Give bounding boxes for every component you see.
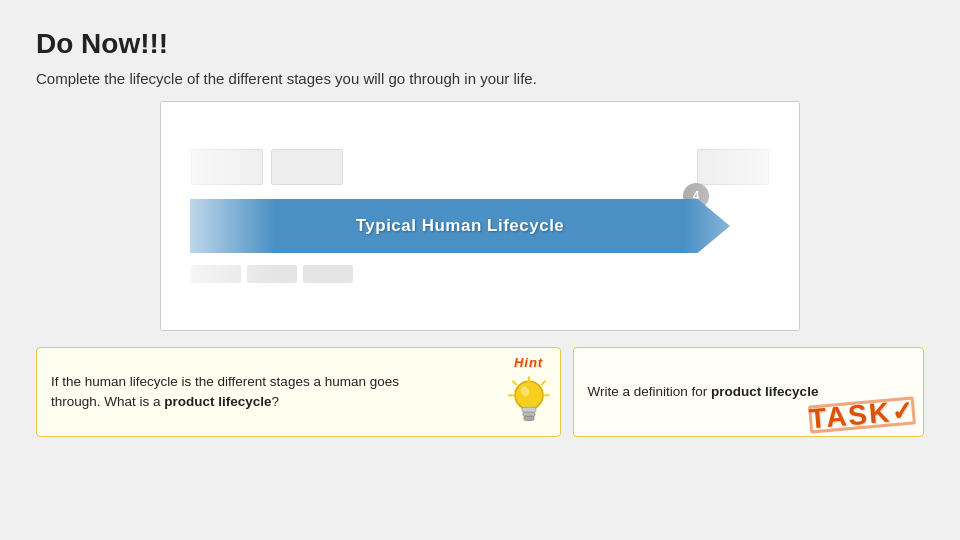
lifecycle-diagram: 4 Typical Human Lifecycle [161, 139, 799, 293]
lifecycle-image-area: 4 Typical Human Lifecycle [160, 101, 800, 331]
arrow-label: Typical Human Lifecycle [356, 216, 565, 236]
svg-rect-7 [523, 412, 535, 416]
task-line1-prefix: Write a definition for [588, 384, 712, 399]
task-box: Write a definition for product lifecycle… [573, 347, 924, 437]
top-box-2 [271, 149, 343, 185]
top-box-right [697, 149, 769, 185]
slide: Do Now!!! Complete the lifecycle of the … [0, 0, 960, 540]
subtitle-text: Complete the lifecycle of the different … [36, 70, 924, 87]
bottom-box-1 [191, 265, 241, 283]
task-stamp: TASK✓ [808, 396, 916, 434]
svg-point-0 [515, 381, 543, 409]
arrow-body: Typical Human Lifecycle [190, 199, 730, 253]
hint-box: If the human lifecycle is the different … [36, 347, 561, 437]
hint-label: Hint [514, 353, 543, 373]
main-lifecycle-arrow: Typical Human Lifecycle [190, 199, 770, 253]
hint-line2-prefix: through. What is a [51, 394, 164, 409]
bottom-boxes-row [181, 265, 779, 283]
bulb-icon [508, 375, 550, 431]
page-title: Do Now!!! [36, 28, 924, 60]
bottom-section: If the human lifecycle is the different … [36, 347, 924, 437]
svg-line-3 [542, 381, 545, 384]
top-boxes-row [181, 149, 779, 185]
top-box-1 [191, 149, 263, 185]
hint-line1: If the human lifecycle is the different … [51, 374, 399, 389]
hint-bold-term: product lifecycle [164, 394, 271, 409]
bottom-box-3 [303, 265, 353, 283]
hint-icon-area: Hint [508, 353, 550, 431]
hint-text: If the human lifecycle is the different … [51, 372, 546, 413]
svg-rect-6 [522, 407, 536, 412]
task-bold-term: product lifecycle [711, 384, 818, 399]
hint-line2-suffix: ? [272, 394, 280, 409]
svg-line-2 [513, 381, 516, 384]
svg-rect-8 [524, 416, 534, 420]
bottom-box-2 [247, 265, 297, 283]
